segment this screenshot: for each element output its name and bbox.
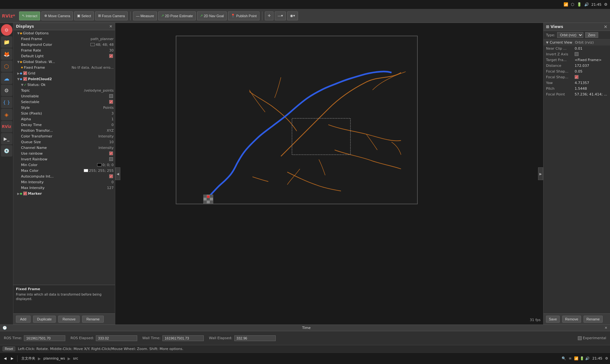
pc2-ct-row[interactable]: Color Transformer Intensity: [13, 133, 115, 139]
dl-checkbox[interactable]: ✓: [109, 54, 113, 58]
pc2-selectable-row[interactable]: Selectable ✓: [13, 99, 115, 105]
rename-display-button[interactable]: Rename: [82, 316, 104, 323]
collapse-right-button[interactable]: ▶: [538, 167, 543, 180]
cv-target-frame[interactable]: Target Fra... <Fixed Frame>: [543, 57, 610, 63]
add-button[interactable]: Add: [16, 316, 31, 323]
pc2-ir-checkbox[interactable]: [109, 157, 113, 161]
pc2-ai-checkbox[interactable]: ✓: [109, 174, 113, 178]
nav-forward-button[interactable]: ▶: [9, 356, 15, 361]
default-light-row[interactable]: Default Light ✓: [13, 53, 115, 59]
pc2-qs-row[interactable]: Queue Size 10: [13, 139, 115, 145]
pc2-ir-row[interactable]: Invert Rainbow: [13, 156, 115, 162]
pc2-minc-row[interactable]: Min Color 0; 0; 0: [13, 162, 115, 168]
grid-checkbox[interactable]: ✓: [23, 71, 27, 75]
select-button[interactable]: ▣ Select: [74, 11, 94, 20]
remove-display-button[interactable]: Remove: [58, 316, 80, 323]
taskbar-rviz[interactable]: RViz: [1, 121, 12, 132]
views-save-button[interactable]: Save: [546, 316, 560, 323]
nav-back-button[interactable]: ◀: [2, 356, 8, 361]
measure-button[interactable]: — Measure: [133, 11, 157, 20]
frame-rate-row[interactable]: Frame Rate 30: [13, 47, 115, 53]
taskbar-orange[interactable]: ◈: [1, 109, 12, 120]
gear-icon: ⚙: [4, 88, 9, 94]
displays-close[interactable]: ✕: [109, 24, 112, 29]
pc2-size-row[interactable]: Size (Pixels) 3: [13, 110, 115, 116]
time-close[interactable]: ✕: [605, 326, 607, 330]
cv-yaw[interactable]: Yaw 4.71357: [543, 80, 610, 86]
views-type-select[interactable]: Orbit (rviz): [557, 32, 583, 38]
cv-iz-checkbox[interactable]: [575, 52, 578, 56]
cv-invert-z[interactable]: Invert Z Axis: [543, 51, 610, 57]
views-zero-button[interactable]: Zero: [585, 32, 598, 38]
gs-ff-row[interactable]: ● Fixed Frame No tf data. Actual erro...: [13, 65, 115, 70]
rviz-canvas[interactable]: [176, 36, 418, 204]
interact-button[interactable]: ↖ Interact: [19, 11, 40, 20]
global-options-row[interactable]: ▼ ● Global Options: [13, 30, 115, 36]
cv-pitch[interactable]: Pitch 1.5448: [543, 86, 610, 91]
taskbar-drive[interactable]: 💿: [1, 145, 12, 157]
ub-search-icon[interactable]: 🔍: [562, 356, 566, 360]
ub-menu-icon[interactable]: ≡: [569, 356, 571, 360]
sys-settings-icon[interactable]: ⚙: [604, 2, 607, 7]
cv-focal-point[interactable]: Focal Point 57.236; 41.414; ...: [543, 91, 610, 97]
pc2-mini-row[interactable]: Min Intensity 0: [13, 179, 115, 185]
pc2-decay-row[interactable]: Decay Time 0: [13, 122, 115, 128]
taskbar-ubuntu[interactable]: ⊙: [1, 24, 12, 36]
views-remove-button[interactable]: Remove: [562, 316, 581, 323]
focus-camera-button[interactable]: ⊞ Focus Camera: [95, 11, 128, 20]
pc2-row[interactable]: ▼ ● ✓ PointCloud2: [13, 76, 115, 82]
taskbar-app1[interactable]: ⬡: [1, 60, 12, 72]
cv-fs2-checkbox[interactable]: ✓: [575, 75, 578, 79]
taskbar-files[interactable]: 📁: [1, 36, 12, 48]
extra-btn-1[interactable]: ✛: [265, 11, 273, 20]
pc2-maxi-row[interactable]: Max Intensity 127: [13, 185, 115, 191]
bg-color-row[interactable]: Background Color 48; 48; 48: [13, 42, 115, 47]
pc2-checkbox[interactable]: ✓: [23, 77, 27, 81]
taskbar-settings[interactable]: ⚙: [1, 85, 12, 96]
marker-row[interactable]: ▶ ● ✓ Marker: [13, 191, 115, 196]
marker-checkbox[interactable]: ✓: [23, 192, 27, 195]
pc2-unreliable-checkbox[interactable]: [109, 94, 113, 98]
taskbar-code[interactable]: { }: [1, 97, 12, 108]
pc2-maxc-row[interactable]: Max Color 255; 255; 255: [13, 168, 115, 173]
pc2-cn-row[interactable]: Channel Name intensity: [13, 145, 115, 150]
pc2-topic-row[interactable]: Topic /velodyne_points: [13, 88, 115, 93]
taskbar-app2[interactable]: ☁: [1, 73, 12, 84]
grid-row[interactable]: ▶ ● ✓ Grid: [13, 70, 115, 76]
fixed-frame-row[interactable]: Fixed Frame path_planner: [13, 36, 115, 42]
pc2-status-row[interactable]: ▼ ✓ Status: Ok: [13, 82, 115, 88]
reset-button[interactable]: Reset: [3, 346, 15, 351]
pc2-pos-row[interactable]: Position Transfor... XYZ: [13, 128, 115, 133]
pose-estimate-button[interactable]: ↗ 2D Pose Estimate: [158, 11, 196, 20]
pc2-ur-checkbox[interactable]: ✓: [109, 151, 113, 155]
viewport[interactable]: ◀: [115, 23, 543, 325]
wall-time-input[interactable]: [162, 335, 204, 341]
collapse-left-button[interactable]: ◀: [115, 167, 120, 180]
pc2-alpha-row[interactable]: Alpha 1: [13, 116, 115, 122]
cv-near-clip[interactable]: Near Clip ... 0.01: [543, 46, 610, 51]
cv-focal-shape2[interactable]: Focal Shap... ✓: [543, 74, 610, 80]
views-rename-button[interactable]: Rename: [584, 316, 603, 323]
pc2-unreliable-row[interactable]: Unreliable: [13, 93, 115, 99]
taskbar-terminal[interactable]: ▶_: [1, 133, 12, 144]
pc2-ai-row[interactable]: Autocompute Int... ✓: [13, 173, 115, 179]
publish-point-button[interactable]: 📍 Publish Point: [228, 11, 259, 20]
views-close[interactable]: ✕: [604, 24, 607, 29]
pc2-style-row[interactable]: Style Points: [13, 105, 115, 110]
nav-goal-button[interactable]: ↗ 2D Nav Goal: [197, 11, 227, 20]
extra-btn-2[interactable]: —▾: [275, 11, 286, 20]
taskbar-browser[interactable]: 🦊: [1, 48, 12, 60]
duplicate-button[interactable]: Duplicate: [33, 316, 56, 323]
ros-elapsed-input[interactable]: [96, 335, 137, 341]
pc2-ur-row[interactable]: Use rainbow ✓: [13, 150, 115, 156]
cv-distance[interactable]: Distance 172.037: [543, 63, 610, 68]
ros-time-input[interactable]: [24, 335, 65, 341]
move-camera-button[interactable]: ⊕ Move Camera: [41, 11, 73, 20]
bottom-settings[interactable]: ⚙: [605, 356, 608, 360]
extra-btn-3[interactable]: ◉▾: [287, 11, 298, 20]
wall-elapsed-input[interactable]: [234, 335, 276, 341]
pc2-selectable-checkbox[interactable]: ✓: [109, 100, 113, 104]
global-status-row[interactable]: ▼ ● Global Status: W...: [13, 59, 115, 65]
experimental-checkbox[interactable]: [578, 336, 582, 340]
cv-focal-shape1[interactable]: Focal Shap... 0.05: [543, 68, 610, 74]
